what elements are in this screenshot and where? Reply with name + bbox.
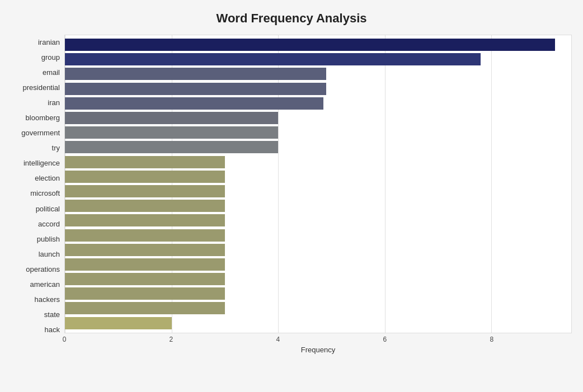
bar-row [65,140,571,154]
bar [65,273,225,285]
x-tick: 4 [276,336,280,343]
bar [65,171,225,183]
y-label: try [52,144,60,152]
bar [65,258,225,271]
bar [65,126,278,139]
y-label: email [43,69,60,76]
bar [65,112,278,124]
bar [65,229,225,242]
y-label: group [41,54,60,61]
y-label: political [36,205,60,212]
y-label: iran [48,99,60,106]
y-label: launch [39,251,60,258]
x-tick: 8 [490,336,493,343]
bar-row [65,155,571,169]
bar-row [65,301,571,315]
bar-row [65,126,571,140]
bar [65,53,481,65]
bar [65,39,555,51]
y-label: bloomberg [26,114,60,121]
x-tick: 6 [383,336,387,343]
bar-row [65,257,571,271]
bars-section: 02468 Frequency [64,35,572,354]
bar [65,68,326,80]
bar-row [65,82,571,96]
bar-row [65,96,571,110]
chart-container: Word Frequency Analysis iraniangroupemai… [0,0,583,392]
bar-row [65,38,571,52]
bar-row [65,199,571,213]
bar-row [65,287,571,301]
bar-row [65,243,571,257]
bars-wrapper [64,35,572,333]
bar [65,156,225,168]
bar-row [65,316,571,330]
y-label: publish [37,235,60,243]
y-label: government [21,129,60,136]
y-label: microsoft [30,190,60,197]
bar [65,141,278,153]
bar-row [65,214,571,228]
bar [65,317,172,329]
chart-title: Word Frequency Analysis [11,11,572,26]
y-label: accord [38,220,60,228]
bar [65,97,323,110]
y-label: iranian [38,39,60,46]
bar-row [65,53,571,67]
x-tick: 2 [170,336,173,343]
bar-row [65,272,571,286]
bar [65,287,225,300]
y-label: hack [45,326,60,333]
bar [65,185,225,197]
y-label: operations [26,266,60,273]
y-label: state [44,311,60,318]
bar [65,302,225,314]
x-axis-container: 02468 Frequency [64,333,572,354]
bar [65,200,225,212]
bar-row [65,111,571,125]
bar-row [65,228,571,242]
bar [65,214,225,226]
y-label: election [35,174,60,182]
bar [65,244,225,256]
y-label: hackers [34,296,60,303]
bar [65,83,326,95]
x-tick: 0 [63,336,67,343]
y-label: presidential [23,84,60,91]
bar-row [65,67,571,81]
bar-row [65,184,571,198]
y-labels: iraniangroupemailpresidentialiranbloombe… [11,35,64,354]
y-label: american [30,281,60,288]
y-label: intelligence [23,159,60,167]
bar-row [65,169,571,183]
chart-area: iraniangroupemailpresidentialiranbloombe… [11,35,572,354]
x-axis-label: Frequency [64,346,572,354]
